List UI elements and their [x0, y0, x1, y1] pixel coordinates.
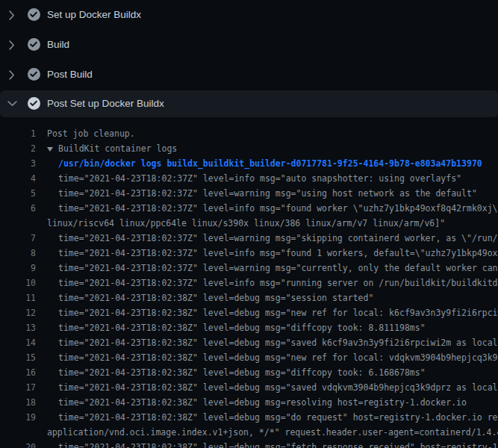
step-header-post-set-up-docker-buildx[interactable]: Post Set up Docker Buildx — [0, 90, 498, 117]
log-line-number[interactable]: 7 — [0, 231, 36, 246]
log-text: time="2021-04-23T18:02:37Z" level=warnin… — [58, 261, 498, 276]
log-line: 9time="2021-04-23T18:02:37Z" level=warni… — [0, 261, 498, 276]
log-line-number[interactable]: 18 — [0, 395, 36, 410]
log-text: time="2021-04-23T18:02:38Z" level=debug … — [58, 395, 467, 410]
log-text: Post job cleanup. — [47, 126, 135, 141]
log-line: linux/riscv64 linux/ppc64le linux/s390x … — [0, 216, 498, 231]
log-line-number[interactable]: 20 — [0, 440, 36, 448]
chevron-right-icon — [5, 8, 17, 20]
log-text: time="2021-04-23T18:02:37Z" level=warnin… — [58, 231, 498, 246]
log-line-number[interactable]: 6 — [0, 201, 36, 216]
log-line-number[interactable]: 8 — [0, 246, 36, 261]
check-circle-icon — [28, 38, 40, 51]
log-text: application/vnd.oci.image.index.v1+json,… — [47, 425, 498, 440]
log-line: 12time="2021-04-23T18:02:38Z" level=debu… — [0, 305, 498, 320]
log-line-number[interactable]: 16 — [0, 365, 36, 380]
log-line: 19time="2021-04-23T18:02:38Z" level=debu… — [0, 410, 498, 425]
log-line-number[interactable] — [0, 425, 36, 440]
log-line-number[interactable]: 9 — [0, 261, 36, 276]
log-text: time="2021-04-23T18:02:38Z" level=debug … — [58, 290, 373, 305]
log-line-number[interactable]: 15 — [0, 350, 36, 365]
log-text: time="2021-04-23T18:02:38Z" level=debug … — [58, 350, 498, 365]
log-text: time="2021-04-23T18:02:38Z" level=debug … — [58, 305, 498, 320]
log-line: 1Post job cleanup. — [0, 126, 498, 141]
log-line-number[interactable]: 2 — [0, 141, 36, 156]
step-title: Set up Docker Buildx — [47, 9, 141, 20]
log-text: time="2021-04-23T18:02:37Z" level=warnin… — [58, 186, 477, 201]
log-line-number[interactable]: 3 — [0, 156, 36, 171]
check-circle-icon — [28, 97, 40, 110]
log-text: time="2021-04-23T18:02:38Z" level=debug … — [58, 410, 498, 425]
step-header-set-up-docker-buildx[interactable]: Set up Docker Buildx — [0, 0, 498, 30]
log-line-number[interactable]: 19 — [0, 410, 36, 425]
log-line: 11time="2021-04-23T18:02:38Z" level=debu… — [0, 290, 498, 305]
log-view: 1Post job cleanup.2BuildKit container lo… — [0, 126, 498, 448]
log-line: 7time="2021-04-23T18:02:37Z" level=warni… — [0, 231, 498, 246]
log-line-number[interactable]: 13 — [0, 320, 36, 335]
log-line-number[interactable]: 5 — [0, 186, 36, 201]
log-line: 2BuildKit container logs — [0, 141, 498, 156]
log-line: 18time="2021-04-23T18:02:38Z" level=debu… — [0, 395, 498, 410]
step-title: Post Set up Docker Buildx — [47, 98, 164, 109]
log-line: 10time="2021-04-23T18:02:37Z" level=info… — [0, 276, 498, 290]
log-text: time="2021-04-23T18:02:38Z" level=debug … — [58, 365, 426, 380]
log-line: 6time="2021-04-23T18:02:37Z" level=info … — [0, 201, 498, 216]
check-circle-icon — [28, 68, 40, 81]
step-header-post-build[interactable]: Post Build — [0, 60, 498, 90]
check-circle-icon — [28, 8, 40, 21]
step-header-build[interactable]: Build — [0, 30, 498, 60]
chevron-right-icon — [5, 68, 17, 80]
log-text: time="2021-04-23T18:02:38Z" level=debug … — [58, 380, 498, 395]
log-text: time="2021-04-23T18:02:37Z" level=info m… — [58, 276, 498, 290]
log-text: time="2021-04-23T18:02:38Z" level=debug … — [58, 320, 426, 335]
log-line: 17time="2021-04-23T18:02:38Z" level=debu… — [0, 380, 498, 395]
log-line-number[interactable]: 10 — [0, 276, 36, 290]
log-line: application/vnd.oci.image.index.v1+json,… — [0, 425, 498, 440]
log-line: 4time="2021-04-23T18:02:37Z" level=info … — [0, 171, 498, 186]
log-line: 3/usr/bin/docker logs buildx_buildkit_bu… — [0, 156, 498, 171]
log-line-number[interactable]: 1 — [0, 126, 36, 141]
steps-list: Set up Docker BuildxBuildPost BuildPost … — [0, 0, 498, 119]
log-text: time="2021-04-23T18:02:37Z" level=info m… — [58, 171, 461, 186]
log-line-number[interactable]: 4 — [0, 171, 36, 186]
log-line-number[interactable]: 17 — [0, 380, 36, 395]
log-line-number[interactable]: 12 — [0, 305, 36, 320]
group-toggle-icon[interactable] — [47, 141, 58, 156]
log-text: time="2021-04-23T18:02:37Z" level=info m… — [58, 201, 498, 216]
log-text: linux/riscv64 linux/ppc64le linux/s390x … — [47, 216, 445, 231]
chevron-down-icon — [5, 97, 17, 109]
log-line-number[interactable]: 14 — [0, 335, 36, 350]
log-line: 16time="2021-04-23T18:02:38Z" level=debu… — [0, 365, 498, 380]
log-line-number[interactable]: 11 — [0, 290, 36, 305]
chevron-right-icon — [5, 38, 17, 50]
step-title: Build — [47, 39, 69, 50]
log-group-title: BuildKit container logs — [58, 143, 177, 154]
log-text: time="2021-04-23T18:02:37Z" level=info m… — [58, 246, 498, 261]
log-line: 15time="2021-04-23T18:02:38Z" level=debu… — [0, 350, 498, 365]
step-title: Post Build — [47, 69, 93, 80]
log-line: 13time="2021-04-23T18:02:38Z" level=debu… — [0, 320, 498, 335]
log-text: time="2021-04-23T18:02:38Z" level=debug … — [58, 440, 498, 448]
log-line: 5time="2021-04-23T18:02:37Z" level=warni… — [0, 186, 498, 201]
log-text: /usr/bin/docker logs buildx_buildkit_bui… — [58, 156, 482, 171]
log-line: 8time="2021-04-23T18:02:37Z" level=info … — [0, 246, 498, 261]
log-text: time="2021-04-23T18:02:38Z" level=debug … — [58, 335, 498, 350]
log-line-number[interactable] — [0, 216, 36, 231]
log-line: 20time="2021-04-23T18:02:38Z" level=debu… — [0, 440, 498, 448]
log-line: 14time="2021-04-23T18:02:38Z" level=debu… — [0, 335, 498, 350]
